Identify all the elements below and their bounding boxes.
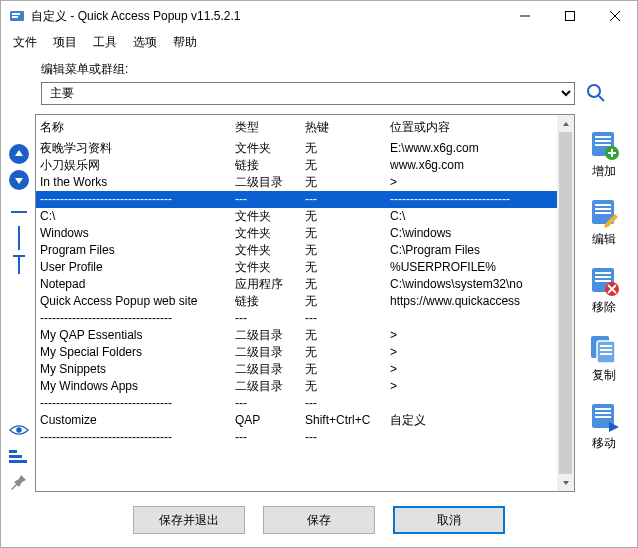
search-button[interactable] xyxy=(583,80,609,106)
svg-rect-27 xyxy=(595,212,611,214)
cell-hotkey: 无 xyxy=(301,293,386,310)
table-row[interactable]: My Special Folders二级目录无> xyxy=(36,344,574,361)
table-row[interactable]: My QAP Essentials二级目录无> xyxy=(36,327,574,344)
cell-loc: C:\Program Files xyxy=(386,242,574,259)
save-and-exit-button[interactable]: 保存并退出 xyxy=(133,506,245,534)
cell-loc: > xyxy=(386,174,574,191)
cell-name: My QAP Essentials xyxy=(36,327,231,344)
cell-hotkey: 无 xyxy=(301,259,386,276)
copy-button[interactable]: 复制 xyxy=(587,328,621,392)
cancel-button[interactable]: 取消 xyxy=(393,506,505,534)
column-separator-icon xyxy=(9,224,29,252)
table-row[interactable]: --------------------------------------- xyxy=(36,395,574,412)
cell-hotkey: 无 xyxy=(301,174,386,191)
add-separator-button[interactable] xyxy=(9,202,29,222)
menu-tools[interactable]: 工具 xyxy=(85,32,125,53)
group-selector-bar: 编辑菜单或群组: 主要 xyxy=(1,53,637,110)
cell-name: User Profile xyxy=(36,259,231,276)
sort-button[interactable] xyxy=(9,446,29,466)
pin-button[interactable] xyxy=(9,472,29,492)
menu-file[interactable]: 文件 xyxy=(5,32,45,53)
add-icon xyxy=(587,128,621,162)
cell-name: --------------------------------- xyxy=(36,191,231,208)
table-row[interactable]: User Profile文件夹无%USERPROFILE% xyxy=(36,259,574,276)
minimize-button[interactable] xyxy=(502,1,547,31)
svg-rect-38 xyxy=(600,349,612,351)
cell-name: Notepad xyxy=(36,276,231,293)
add-button[interactable]: 增加 xyxy=(587,124,621,188)
move-up-button[interactable] xyxy=(9,144,29,164)
svg-rect-36 xyxy=(597,341,615,363)
move-down-button[interactable] xyxy=(9,170,29,190)
eye-icon xyxy=(9,423,29,437)
menu-options[interactable]: 选项 xyxy=(125,32,165,53)
col-name[interactable]: 名称 xyxy=(36,115,231,140)
svg-rect-23 xyxy=(608,152,616,154)
scroll-thumb[interactable] xyxy=(559,132,572,474)
table-row[interactable]: 夜晚学习资料文件夹无E:\www.x6g.com xyxy=(36,140,574,157)
table-row[interactable]: 小刀娱乐网链接无www.x6g.com xyxy=(36,157,574,174)
table-row[interactable]: Notepad应用程序无C:\windows\system32\no xyxy=(36,276,574,293)
svg-point-7 xyxy=(588,85,600,97)
scroll-up-arrow[interactable] xyxy=(557,115,574,132)
cell-type: 链接 xyxy=(231,293,301,310)
menu-help[interactable]: 帮助 xyxy=(165,32,205,53)
search-icon xyxy=(585,82,607,104)
cell-hotkey: 无 xyxy=(301,327,386,344)
scroll-down-arrow[interactable] xyxy=(557,474,574,491)
table-row[interactable]: Windows文件夹无C:\windows xyxy=(36,225,574,242)
cell-loc: C:\windows\system32\no xyxy=(386,276,574,293)
col-type[interactable]: 类型 xyxy=(231,115,301,140)
cell-name: Quick Access Popup web site xyxy=(36,293,231,310)
table-row[interactable]: ----------------------------------------… xyxy=(36,191,574,208)
cell-type: 二级目录 xyxy=(231,327,301,344)
cell-type: 文件夹 xyxy=(231,242,301,259)
table-row[interactable]: Quick Access Popup web site链接无https://ww… xyxy=(36,293,574,310)
table-row[interactable]: CustomizeQAPShift+Ctrl+C自定义 xyxy=(36,412,574,429)
vertical-scrollbar[interactable] xyxy=(557,115,574,491)
add-column-separator-button[interactable] xyxy=(9,228,29,248)
cell-loc: > xyxy=(386,378,574,395)
cell-hotkey: 无 xyxy=(301,344,386,361)
main-area: 名称 类型 热键 位置或内容 夜晚学习资料文件夹无E:\www.x6g.com小… xyxy=(1,110,637,492)
table-row[interactable]: --------------------------------------- xyxy=(36,429,574,446)
table-row[interactable]: C:\文件夹无C:\ xyxy=(36,208,574,225)
edit-button[interactable]: 编辑 xyxy=(587,192,621,256)
preview-button[interactable] xyxy=(9,420,29,440)
save-button[interactable]: 保存 xyxy=(263,506,375,534)
add-text-button[interactable] xyxy=(9,254,29,274)
app-icon xyxy=(9,8,25,24)
svg-point-13 xyxy=(16,427,21,432)
maximize-button[interactable] xyxy=(547,1,592,31)
close-button[interactable] xyxy=(592,1,637,31)
edit-icon xyxy=(587,196,621,230)
item-list[interactable]: 名称 类型 热键 位置或内容 夜晚学习资料文件夹无E:\www.x6g.com小… xyxy=(35,114,575,492)
text-column-icon xyxy=(9,252,29,276)
table-row[interactable]: Program Files文件夹无C:\Program Files xyxy=(36,242,574,259)
move-button[interactable]: 移动 xyxy=(587,396,621,460)
cell-hotkey: --- xyxy=(301,429,386,446)
svg-rect-31 xyxy=(595,280,611,282)
table-row[interactable]: --------------------------------------- xyxy=(36,310,574,327)
move-icon xyxy=(587,400,621,434)
cell-name: In the Works xyxy=(36,174,231,191)
svg-rect-2 xyxy=(12,16,18,18)
menu-item[interactable]: 项目 xyxy=(45,32,85,53)
remove-button[interactable]: 移除 xyxy=(587,260,621,324)
col-hotkey[interactable]: 热键 xyxy=(301,115,386,140)
copy-icon xyxy=(587,332,621,366)
cell-hotkey: 无 xyxy=(301,208,386,225)
cell-hotkey: 无 xyxy=(301,378,386,395)
group-select[interactable]: 主要 xyxy=(41,82,575,105)
titlebar: 自定义 - Quick Access Popup v11.5.2.1 xyxy=(1,1,637,31)
col-location[interactable]: 位置或内容 xyxy=(386,115,574,140)
cell-type: 文件夹 xyxy=(231,208,301,225)
cell-loc: E:\www.x6g.com xyxy=(386,140,574,157)
table-row[interactable]: My Windows Apps二级目录无> xyxy=(36,378,574,395)
table-row[interactable]: My Snippets二级目录无> xyxy=(36,361,574,378)
cell-type: 文件夹 xyxy=(231,225,301,242)
cell-loc: %USERPROFILE% xyxy=(386,259,574,276)
footer-bar: 保存并退出 保存 取消 xyxy=(1,492,637,548)
table-row[interactable]: In the Works二级目录无> xyxy=(36,174,574,191)
svg-rect-15 xyxy=(9,455,22,458)
